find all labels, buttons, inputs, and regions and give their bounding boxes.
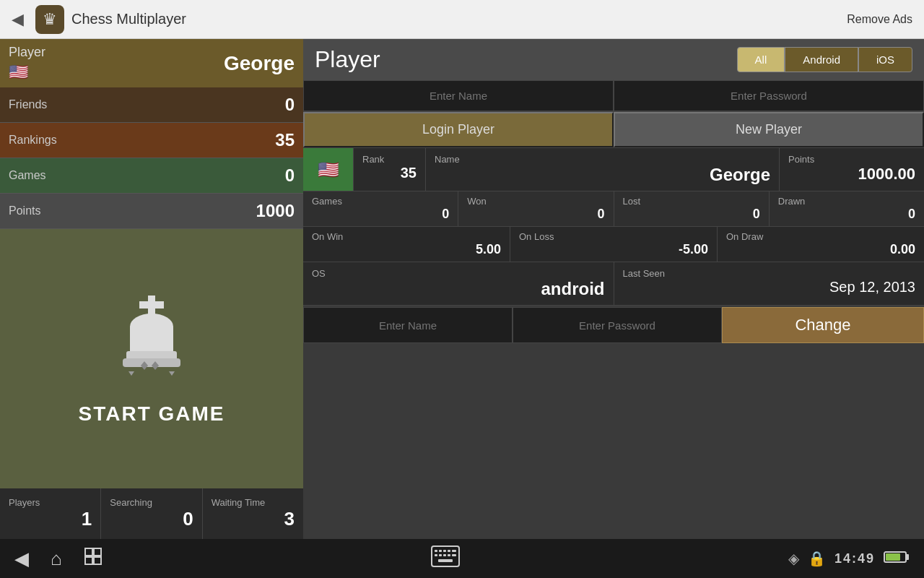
players-stat: Players 1 — [0, 488, 101, 539]
on-draw-label: On Draw — [726, 231, 915, 242]
lost-cell: Lost 0 — [614, 191, 770, 226]
home-nav-icon[interactable]: ⌂ — [51, 548, 62, 570]
avatar: 🇺🇸 — [303, 148, 354, 191]
rankings-label: Rankings — [9, 134, 57, 147]
svg-rect-28 — [886, 553, 900, 561]
svg-rect-22 — [443, 554, 446, 556]
on-loss-cell: On Loss -5.00 — [510, 227, 718, 262]
rankings-row[interactable]: Rankings 35 — [0, 123, 303, 158]
svg-rect-16 — [439, 550, 442, 552]
os-cell: OS android — [303, 262, 614, 305]
svg-marker-9 — [169, 371, 175, 376]
on-win-label: On Win — [312, 231, 501, 242]
svg-rect-10 — [85, 548, 92, 556]
rank-cell: Rank 35 — [354, 148, 426, 191]
dropbox-icon: ◈ — [788, 550, 799, 567]
svg-rect-25 — [438, 559, 453, 562]
games-cell-label: Games — [312, 196, 449, 207]
player-stats: 🇺🇸 Rank 35 Name George Points 1000.00 — [303, 148, 924, 306]
sidebar: Player 🇺🇸 George Friends 0 Rankings 35 G… — [0, 39, 303, 539]
rank-name-row: 🇺🇸 Rank 35 Name George Points 1000.00 — [303, 148, 924, 191]
right-title: Player — [315, 46, 380, 73]
filter-buttons: All Android iOS — [737, 47, 912, 72]
new-player-button[interactable]: New Player — [614, 112, 924, 147]
name-cell: Name George — [426, 148, 780, 191]
svg-rect-15 — [435, 550, 437, 552]
navbar-center — [431, 545, 460, 572]
battery-icon — [884, 551, 910, 567]
on-draw-value: 0.00 — [726, 242, 915, 257]
won-cell-label: Won — [467, 196, 604, 207]
flag-icon: 🇺🇸 — [9, 63, 45, 82]
top-bar: ◀ ♛ Chess Multiplayer Remove Ads — [0, 0, 924, 39]
waiting-stat-label: Waiting Time — [212, 497, 266, 508]
svg-rect-12 — [85, 557, 92, 564]
remove-ads-button[interactable]: Remove Ads — [847, 13, 912, 26]
points-row[interactable]: Points 1000 — [0, 194, 303, 229]
svg-rect-3 — [130, 325, 173, 354]
change-password-input[interactable] — [513, 307, 722, 343]
avatar-flag: 🇺🇸 — [318, 160, 339, 180]
right-panel: Player All Android iOS Login Player New … — [303, 39, 924, 539]
os-label: OS — [312, 268, 605, 279]
bottom-stats: Players 1 Searching 0 Waiting Time 3 — [0, 488, 303, 539]
os-value: android — [312, 279, 605, 299]
change-button[interactable]: Change — [722, 307, 924, 343]
points-label-right: Points — [788, 154, 915, 165]
points-label: Points — [9, 204, 40, 217]
players-stat-label: Players — [9, 497, 40, 508]
last-seen-label: Last Seen — [623, 268, 916, 279]
svg-rect-19 — [452, 550, 456, 552]
os-lastseen-row: OS android Last Seen Sep 12, 2013 — [303, 262, 924, 306]
searching-stat-label: Searching — [110, 497, 152, 508]
searching-stat: Searching 0 — [101, 488, 202, 539]
filter-ios-button[interactable]: iOS — [858, 47, 912, 72]
svg-rect-18 — [448, 550, 450, 552]
keyboard-nav-icon[interactable] — [431, 545, 460, 572]
top-enter-name-input[interactable] — [303, 80, 614, 111]
svg-rect-1 — [139, 301, 164, 309]
name-label: Name — [435, 154, 770, 165]
back-button[interactable]: ◀ — [12, 10, 24, 29]
filter-android-button[interactable]: Android — [785, 47, 858, 72]
lost-cell-value: 0 — [623, 207, 760, 222]
waiting-stat: Waiting Time 3 — [203, 488, 303, 539]
rank-label: Rank — [362, 154, 417, 165]
won-cell: Won 0 — [458, 191, 614, 226]
back-nav-icon[interactable]: ◀ — [14, 548, 29, 570]
lost-cell-label: Lost — [623, 196, 760, 207]
on-win-value: 5.00 — [312, 242, 501, 257]
change-name-input[interactable] — [303, 307, 513, 343]
start-game-area[interactable]: START GAME — [0, 229, 303, 488]
app-title: Chess Multiplayer — [71, 11, 186, 27]
games-value: 0 — [285, 165, 295, 186]
last-seen-cell: Last Seen Sep 12, 2013 — [614, 262, 925, 305]
app-icon: ♛ — [35, 5, 64, 34]
apps-nav-icon[interactable] — [84, 547, 103, 570]
won-cell-value: 0 — [467, 207, 604, 222]
friends-row[interactable]: Friends 0 — [0, 87, 303, 123]
svg-rect-23 — [448, 554, 450, 556]
login-player-button[interactable]: Login Player — [303, 112, 614, 147]
filter-all-button[interactable]: All — [737, 47, 785, 72]
rank-value: 35 — [362, 165, 417, 181]
topbar-left: ◀ ♛ Chess Multiplayer — [12, 5, 186, 34]
player-header: Player 🇺🇸 George — [0, 39, 303, 87]
friends-label: Friends — [9, 98, 47, 111]
svg-rect-20 — [435, 554, 437, 556]
svg-rect-5 — [123, 358, 180, 367]
navigation-bar: ◀ ⌂ — [0, 539, 924, 578]
drawn-cell: Drawn 0 — [770, 191, 924, 226]
win-loss-draw-row: On Win 5.00 On Loss -5.00 On Draw 0.00 — [303, 227, 924, 262]
on-win-cell: On Win 5.00 — [303, 227, 510, 262]
games-label: Games — [9, 169, 46, 182]
top-enter-password-input[interactable] — [614, 80, 924, 111]
lock-icon: 🔒 — [808, 550, 826, 567]
player-header-label: Player — [9, 45, 45, 60]
svg-rect-21 — [439, 554, 442, 556]
waiting-stat-value: 3 — [212, 508, 295, 530]
games-row[interactable]: Games 0 — [0, 158, 303, 194]
players-stat-value: 1 — [9, 508, 92, 530]
games-stats-row: Games 0 Won 0 Lost 0 Drawn 0 — [303, 191, 924, 227]
svg-rect-27 — [906, 554, 909, 560]
